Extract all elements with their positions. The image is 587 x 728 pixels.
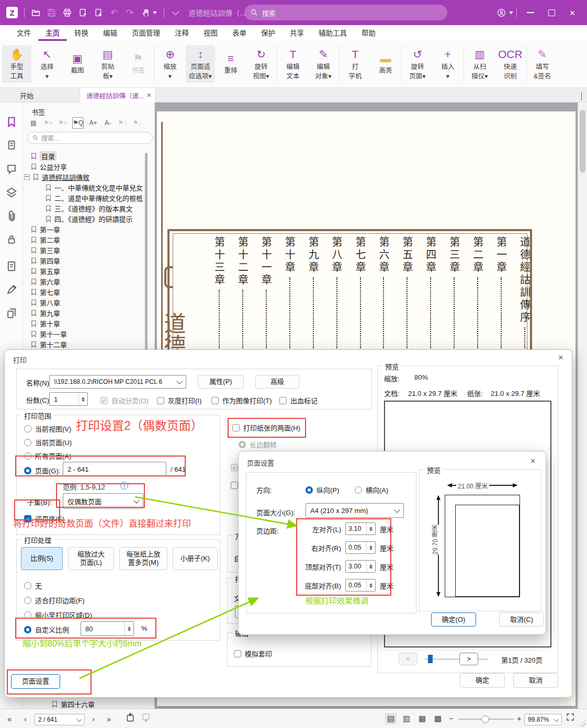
menu-protect[interactable]: 保护 <box>254 27 283 41</box>
zoom-level-input[interactable]: 99.87% <box>524 714 562 725</box>
bookmark-item[interactable]: 第六章 <box>23 276 146 287</box>
tab-close-icon[interactable]: × <box>147 91 151 99</box>
printer-advanced-button[interactable]: 高级 <box>255 375 299 389</box>
portrait-radio[interactable]: 纵向(P) <box>306 485 339 495</box>
preview-page-slider[interactable] <box>425 658 488 660</box>
first-page-icon[interactable]: « <box>7 714 12 723</box>
touch-mode-icon[interactable] <box>138 5 161 20</box>
print-ok-button[interactable]: 确定 <box>460 673 505 688</box>
resize-grip[interactable] <box>578 719 586 727</box>
attachments-panel-icon[interactable] <box>6 210 17 222</box>
fields-panel-icon[interactable] <box>6 260 17 272</box>
page-thumbnails-icon[interactable] <box>6 140 17 151</box>
bookmark-item[interactable]: 第九章 <box>23 308 146 318</box>
ribbon-divider[interactable] <box>401 46 402 83</box>
expand-bookmarks-icon[interactable]: A+ <box>88 118 98 128</box>
select-button[interactable]: ↖ 选择 ▾ <box>32 46 62 83</box>
fullscreen-icon[interactable] <box>566 713 574 723</box>
subset-select[interactable]: 仅偶数页面 <box>63 493 143 509</box>
signatures-panel-icon[interactable] <box>6 284 17 295</box>
tab-start[interactable]: 开始 <box>0 88 80 103</box>
bookmark-item[interactable]: 一、中華傳統文化是中華兒女 <box>23 182 146 192</box>
close-window-button[interactable]: × <box>562 0 583 25</box>
bookmark-up-icon[interactable]: ⚑↑ <box>117 118 128 128</box>
continuous-view-icon[interactable]: ▥ <box>401 713 412 724</box>
ribbon-divider[interactable] <box>526 46 527 83</box>
all-pages-radio[interactable]: 所有页面(A) <box>24 451 71 461</box>
bookmark-item[interactable]: 第十章 <box>23 318 146 328</box>
bookmark-item[interactable]: 第十一章 <box>23 328 146 339</box>
save-icon[interactable] <box>43 5 59 20</box>
preview-slider-thumb[interactable] <box>428 655 433 663</box>
bookmark-list-icon[interactable]: ▤ <box>28 118 39 128</box>
rotate-view-button[interactable]: ↻ 旋转 视图▾ <box>246 46 276 83</box>
custom-scale-radio[interactable]: 自定义比例 <box>24 624 69 634</box>
page-range-radio[interactable]: 页面(G): <box>24 465 60 475</box>
ocr-button[interactable]: OCR 快速 识别 <box>495 46 525 83</box>
open-file-icon[interactable] <box>28 5 43 20</box>
current-page-radio[interactable]: 当前页面(U) <box>24 437 72 447</box>
typewriter-button[interactable]: T 打 字机 <box>341 46 370 83</box>
shrink-to-area-radio[interactable]: 缩小至打印区域(D) <box>24 610 92 620</box>
zoom-slider-thumb[interactable] <box>481 715 489 723</box>
tab-document[interactable]: 道德經詁訓傳（道... × <box>80 88 156 103</box>
layers-panel-icon[interactable] <box>6 187 17 198</box>
redo-icon[interactable]: ↷ <box>122 5 138 20</box>
edit-object-button[interactable]: ✎ 编辑 对象▾ <box>309 46 338 83</box>
long-edge-radio[interactable]: 长边翻转 <box>239 439 277 449</box>
grayscale-checkbox[interactable]: 灰度打印(I) <box>157 395 201 405</box>
zoom-button[interactable]: ⊕ 缩放 ▾ <box>155 46 185 83</box>
security-panel-icon[interactable] <box>6 234 17 245</box>
print-icon[interactable] <box>59 5 75 20</box>
maximize-button[interactable] <box>541 0 562 25</box>
bookmark-item[interactable]: 第二章 <box>23 234 146 245</box>
printer-select[interactable]: \\192.168.0.2\RICOH MP C2011 PCL 6 <box>49 375 186 389</box>
bookmark-item[interactable]: 第四章 <box>23 255 146 266</box>
undo-icon[interactable]: ↶ <box>106 5 122 20</box>
bookmark-item[interactable]: 第四十六章 <box>37 699 155 709</box>
margin-stepper[interactable]: 0.05 <box>345 541 376 554</box>
bookmark-item[interactable]: 四、《道德經》的研讀提示 <box>23 213 146 224</box>
menu-accessibility[interactable]: 辅助工具 <box>311 27 354 41</box>
edit-text-button[interactable]: T 编辑 文本 <box>278 46 308 83</box>
menu-comment[interactable]: 注释 <box>167 27 196 41</box>
menu-help[interactable]: 帮助 <box>354 27 383 41</box>
printer-properties-button[interactable]: 属性(P) <box>198 375 244 389</box>
margin-stepper[interactable]: 0.05 <box>345 579 376 592</box>
menu-share[interactable]: 共享 <box>283 27 311 41</box>
page-size-select[interactable]: A4 (210 x 297 mm) <box>306 503 404 518</box>
delete-bookmark-icon[interactable]: ⚑× <box>58 118 68 128</box>
ribbon-divider[interactable] <box>464 46 464 83</box>
duplex-checkbox[interactable]: 打印纸张的两面(H) <box>232 423 300 433</box>
menu-edit[interactable]: 编辑 <box>96 27 125 41</box>
menu-view[interactable]: 视图 <box>196 27 225 41</box>
print-cancel-button[interactable]: 取消 <box>513 673 558 688</box>
collapse-bookmarks-icon[interactable]: A- <box>103 118 113 128</box>
print-as-image-checkbox[interactable]: 作为图像打印(T) <box>211 395 272 405</box>
single-page-view-icon[interactable]: ▤ <box>385 713 397 724</box>
next-page-icon[interactable]: › <box>92 714 95 723</box>
bookmark-search-input[interactable]: 搜索... <box>27 132 153 144</box>
menu-file[interactable]: 文件 <box>9 27 38 41</box>
scale-mode-button[interactable]: 比例(S) <box>21 547 63 570</box>
margin-stepper[interactable]: 3.10 <box>345 522 376 535</box>
menu-form[interactable]: 表单 <box>225 27 254 41</box>
search-input[interactable]: 搜索 <box>244 5 447 20</box>
multiple-per-sheet-button[interactable]: 每张纸上放置多页(M) <box>119 547 167 570</box>
rotate-pages-button[interactable]: ↺ 旋转 页面▾ <box>403 46 432 83</box>
page-range-input[interactable]: 2 - 641 <box>63 462 166 476</box>
bookmark-item[interactable]: 公益分享 <box>23 161 146 172</box>
snapshot-button[interactable]: ▣ 截图 <box>63 49 92 79</box>
copies-stepper[interactable]: 1 <box>49 392 88 406</box>
bookmark-item[interactable]: 目录 <box>23 151 146 161</box>
hand-tool-button[interactable]: ✋ 手型 工具 <box>2 46 31 83</box>
ribbon-divider[interactable] <box>339 46 340 83</box>
bookmark-item[interactable]: 第十二章 <box>23 339 146 349</box>
ribbon-divider[interactable] <box>277 46 277 83</box>
fill-sign-button[interactable]: ✎ 填写 &签名 <box>528 46 557 83</box>
collapse-toggle-icon[interactable] <box>24 174 30 180</box>
simulate-overprint-checkbox[interactable]: 模拟套印 <box>234 649 272 658</box>
facing-view-icon[interactable]: ▦ <box>416 713 428 724</box>
find-bookmark-icon[interactable]: ⚑Q <box>72 117 84 129</box>
ribbon-collapse-icon[interactable] <box>167 5 183 20</box>
